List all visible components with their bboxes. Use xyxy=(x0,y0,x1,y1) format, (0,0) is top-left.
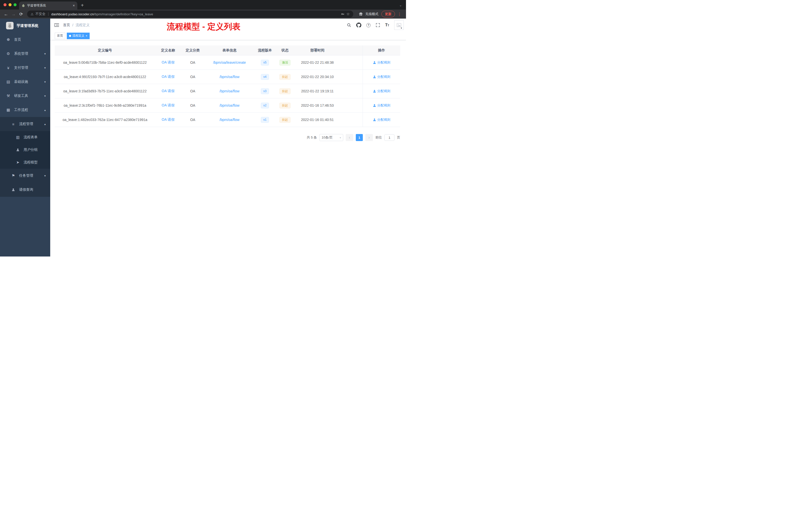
yen-icon: ¥ xyxy=(6,66,10,70)
breadcrumb-home-link[interactable]: 首页 xyxy=(63,23,70,27)
definition-name-link[interactable]: OA 请假 xyxy=(155,84,181,98)
tag-home[interactable]: 首页 xyxy=(55,33,65,39)
browser-tab[interactable]: 芋道管理系统 × xyxy=(19,1,77,9)
browser-window: 芋道管理系统 × + ⌄ ← → ⟳ ⚠ 不安全 dashboard.yudao… xyxy=(0,0,406,19)
search-icon[interactable] xyxy=(347,23,351,27)
update-button[interactable]: 更新 xyxy=(381,11,395,17)
security-label: 不安全 xyxy=(35,12,46,16)
sidebar-item-process-model[interactable]: ➤ 流程模型 xyxy=(0,156,50,169)
next-page-button[interactable]: › xyxy=(365,134,373,141)
form-icon: ▥ xyxy=(16,135,20,140)
menu-kebab-icon[interactable]: ⋮ xyxy=(398,12,402,17)
definition-name-link[interactable]: OA 请假 xyxy=(155,113,181,127)
definition-name-link[interactable]: OA 请假 xyxy=(155,98,181,113)
github-icon[interactable] xyxy=(356,23,361,28)
assign-rule-link[interactable]: 分配规则 xyxy=(373,117,390,122)
user-icon xyxy=(11,188,16,191)
sidebar-item-payment[interactable]: ¥ 支付管理 ▾ xyxy=(0,61,50,75)
monitor-icon: ▤ xyxy=(6,80,10,84)
actions-cell: 分配规则 xyxy=(362,70,400,84)
form-info-link[interactable]: /bpm/oa/flow xyxy=(204,84,255,98)
app-logo[interactable]: 芋道管理系统 xyxy=(0,19,50,33)
user-icon xyxy=(373,90,376,93)
tab-close-icon[interactable]: × xyxy=(73,3,75,7)
pagination: 共 5 条 10条/页 ▾ ‹ 1 › 前往 页 xyxy=(55,134,400,141)
avatar-image-placeholder-icon xyxy=(394,20,404,30)
flag-icon: ⚑ xyxy=(11,174,16,178)
sidebar-item-process-management[interactable]: ≡ 流程管理 ▴ xyxy=(0,117,50,131)
assign-rule-link[interactable]: 分配规则 xyxy=(373,89,390,93)
definition-category-cell: OA xyxy=(181,113,204,127)
spacer-cell xyxy=(340,98,362,113)
paper-plane-icon: ➤ xyxy=(16,160,20,164)
definition-id-cell: oa_leave:5:004b710b-7b8a-11ec-8ef0-acde4… xyxy=(55,56,155,69)
form-info-link[interactable]: /bpm/oa/flow xyxy=(204,98,255,113)
sidebar-item-label: 支付管理 xyxy=(14,65,28,70)
goto-page-input[interactable] xyxy=(384,134,395,141)
page-number-button[interactable]: 1 xyxy=(356,134,363,141)
zoom-window-button[interactable] xyxy=(13,3,17,6)
main-area: 首页 / 流程定义 ? TT xyxy=(50,19,406,256)
sidebar-item-label: 首页 xyxy=(14,37,21,42)
assign-rule-link[interactable]: 分配规则 xyxy=(373,74,390,79)
tags-view-bar: 首页 流程定义 × xyxy=(50,32,406,40)
help-icon[interactable]: ? xyxy=(366,23,371,27)
chevron-down-icon: ▾ xyxy=(44,174,46,177)
definition-name-link[interactable]: OA 请假 xyxy=(155,56,181,69)
assign-rule-link[interactable]: 分配规则 xyxy=(373,103,390,108)
sidebar-item-leave-query[interactable]: 请假查询 xyxy=(0,183,50,197)
incognito-badge: 无痕模式 xyxy=(358,12,378,16)
assign-rule-link[interactable]: 分配规则 xyxy=(373,60,390,65)
close-window-button[interactable] xyxy=(3,3,6,6)
form-info-link[interactable]: /bpm/oa/flow xyxy=(204,113,255,127)
form-info-link[interactable]: /bpm/oa/leave/create xyxy=(204,56,255,69)
chevron-down-icon: ▾ xyxy=(44,80,46,84)
definition-category-cell: OA xyxy=(181,84,204,98)
column-header: 定义分类 xyxy=(181,46,204,55)
sidebar-item-home[interactable]: ☸ 首页 xyxy=(0,33,50,47)
tag-process-definition[interactable]: 流程定义 × xyxy=(67,33,90,39)
sidebar-item-label: 工作流程 xyxy=(14,108,28,112)
password-key-icon[interactable] xyxy=(341,12,345,16)
bookmark-star-icon[interactable]: ☆ xyxy=(347,12,350,16)
new-tab-button[interactable]: + xyxy=(81,3,84,8)
tab-search-icon[interactable]: ⌄ xyxy=(399,3,402,7)
font-size-icon[interactable]: TT xyxy=(385,23,389,27)
sidebar-collapse-icon[interactable] xyxy=(54,23,59,27)
back-button[interactable]: ← xyxy=(2,12,9,16)
sidebar-item-workflow[interactable]: ▦ 工作流程 ▴ xyxy=(0,103,50,117)
sidebar-item-devtools[interactable]: ⚒ 研发工具 ▾ xyxy=(0,89,50,103)
form-info-link[interactable]: /bpm/oa/flow xyxy=(204,70,255,84)
sidebar-item-task-management[interactable]: ⚑ 任务管理 ▾ xyxy=(0,169,50,183)
spacer-cell xyxy=(340,46,362,55)
page-size-select[interactable]: 10条/页 ▾ xyxy=(319,134,343,141)
sidebar-item-label: 研发工具 xyxy=(14,94,28,98)
incognito-label: 无痕模式 xyxy=(365,12,378,16)
column-header: 部署时间 xyxy=(295,46,340,55)
reload-button[interactable]: ⟳ xyxy=(18,12,25,16)
forward-button[interactable]: → xyxy=(10,12,17,16)
navbar-actions: ? TT ▾ xyxy=(347,20,402,30)
definition-category-cell: OA xyxy=(181,70,204,84)
definition-name-link[interactable]: OA 请假 xyxy=(155,70,181,84)
sidebar-item-process-form[interactable]: ▥ 流程表单 xyxy=(0,131,50,144)
tools-icon: ⚒ xyxy=(6,94,10,98)
list-icon: ≡ xyxy=(11,122,16,126)
minimize-window-button[interactable] xyxy=(8,3,11,6)
user-avatar[interactable]: ▾ xyxy=(394,20,402,30)
chevron-down-icon: ▾ xyxy=(44,94,46,98)
version-badge: v5 xyxy=(255,56,275,69)
version-badge: v4 xyxy=(255,70,275,84)
dashboard-icon: ☸ xyxy=(6,37,10,42)
tag-close-icon[interactable]: × xyxy=(86,34,87,37)
prev-page-button[interactable]: ‹ xyxy=(346,134,353,141)
workflow-icon: ▦ xyxy=(6,108,10,112)
deploy-time-cell: 2022-01-16 17:46:53 xyxy=(295,98,340,113)
status-badge: 挂起 xyxy=(275,113,295,127)
fullscreen-icon[interactable] xyxy=(376,23,380,27)
sidebar-item-system[interactable]: ⚙ 系统管理 ▾ xyxy=(0,47,50,61)
sidebar-item-infra[interactable]: ▤ 基础设施 ▾ xyxy=(0,75,50,89)
address-bar[interactable]: ⚠ 不安全 dashboard.yudao.iocoder.cn/bpm/man… xyxy=(27,10,353,18)
sidebar-item-user-group[interactable]: 用户分组 xyxy=(0,144,50,156)
sidebar-item-label: 基础设施 xyxy=(14,80,28,84)
